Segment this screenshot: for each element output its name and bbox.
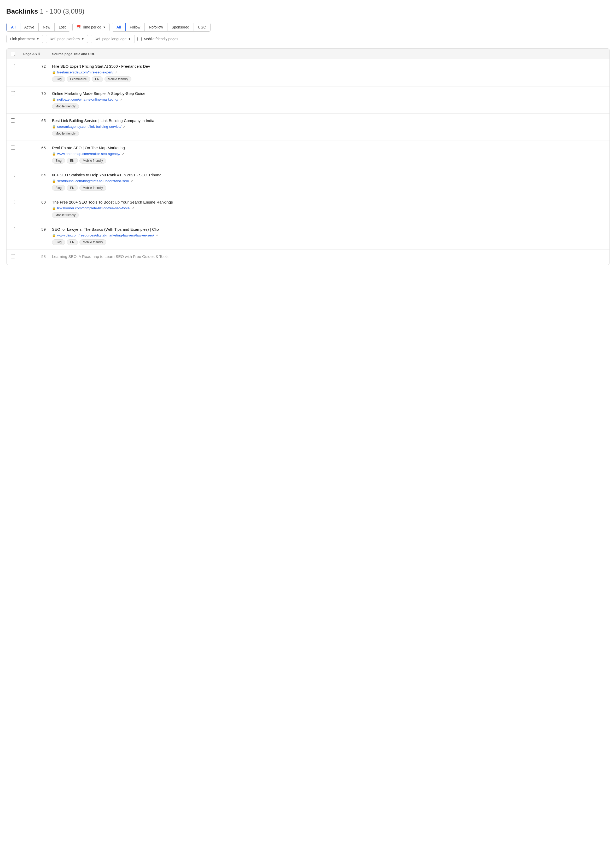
link-follow-button[interactable]: Follow bbox=[126, 23, 145, 31]
tag: EN bbox=[66, 239, 78, 245]
tag: Mobile friendly bbox=[52, 212, 79, 218]
page-as-value: 70 bbox=[23, 91, 52, 95]
tag: Blog bbox=[52, 158, 65, 163]
source-cell: Learning SEO: A Roadmap to Learn SEO wit… bbox=[52, 254, 605, 260]
source-cell: Real Estate SEO | On The Map Marketing 🔒… bbox=[52, 145, 605, 163]
link-all-button[interactable]: All bbox=[112, 23, 126, 32]
tag: Mobile friendly bbox=[79, 185, 106, 191]
mobile-friendly-label: Mobile friendly pages bbox=[144, 37, 178, 41]
url-link[interactable]: www.clio.com/resources/digital-marketing… bbox=[57, 233, 154, 237]
url-link[interactable]: www.onthemap.com/realtor-seo-agency/ bbox=[57, 152, 120, 156]
row-checkbox[interactable] bbox=[11, 227, 15, 231]
table-row: 65 Best Link Building Service | Link Bui… bbox=[6, 114, 610, 141]
row-checkbox[interactable] bbox=[11, 200, 15, 204]
ref-page-platform-dropdown[interactable]: Ref. page platform ▼ bbox=[46, 35, 88, 43]
page-title: Backlinks 1 - 100 (3,088) bbox=[6, 7, 610, 15]
table-body: 72 Hire SEO Expert Pricing Start At $500… bbox=[6, 59, 610, 265]
source-title: Hire SEO Expert Pricing Start At $500 - … bbox=[52, 63, 605, 69]
source-url: 🔒 linkskorner.com/complete-list-of-free-… bbox=[52, 206, 605, 210]
time-period-dropdown[interactable]: 📅 Time period ▼ bbox=[72, 23, 110, 31]
chevron-down-icon: ▼ bbox=[36, 37, 39, 40]
row-checkbox[interactable] bbox=[11, 64, 15, 68]
status-filter-group: All Active New Lost bbox=[6, 23, 70, 32]
status-all-button[interactable]: All bbox=[6, 23, 20, 32]
link-placement-dropdown[interactable]: Link placement ▼ bbox=[6, 35, 43, 43]
url-link[interactable]: linkskorner.com/complete-list-of-free-se… bbox=[57, 206, 130, 210]
source-title: Best Link Building Service | Link Buildi… bbox=[52, 118, 605, 123]
source-title: Real Estate SEO | On The Map Marketing bbox=[52, 145, 605, 151]
mobile-friendly-filter[interactable]: Mobile friendly pages bbox=[137, 37, 178, 41]
filter-bar-2: Link placement ▼ Ref. page platform ▼ Re… bbox=[6, 35, 610, 43]
header-checkbox-cell bbox=[11, 52, 23, 56]
row-checkbox[interactable] bbox=[11, 91, 15, 95]
filter-bar-1: All Active New Lost 📅 Time period ▼ All … bbox=[6, 23, 610, 32]
tag: Mobile friendly bbox=[52, 131, 79, 136]
external-link-icon: ↗ bbox=[115, 71, 117, 74]
link-placement-label: Link placement bbox=[10, 37, 35, 41]
ref-page-language-label: Ref. page language bbox=[95, 37, 126, 41]
table-row: 65 Real Estate SEO | On The Map Marketin… bbox=[6, 141, 610, 168]
source-title: 60+ SEO Statistics to Help You Rank #1 i… bbox=[52, 172, 605, 178]
tags-container: BlogENMobile friendly bbox=[52, 158, 605, 163]
url-link[interactable]: neilpatel.com/what-is-online-marketing/ bbox=[57, 97, 119, 102]
title-range: 1 - 100 (3,088) bbox=[40, 7, 85, 15]
row-checkbox[interactable] bbox=[11, 119, 15, 123]
source-url: 🔒 www.clio.com/resources/digital-marketi… bbox=[52, 233, 605, 237]
status-new-button[interactable]: New bbox=[38, 23, 55, 31]
lock-icon: 🔒 bbox=[52, 152, 56, 156]
external-link-icon: ↗ bbox=[132, 206, 134, 210]
ref-page-language-dropdown[interactable]: Ref. page language ▼ bbox=[91, 35, 135, 43]
page-as-value: 59 bbox=[23, 226, 52, 231]
source-url: 🔒 www.onthemap.com/realtor-seo-agency/ ↗ bbox=[52, 152, 605, 156]
source-cell: 60+ SEO Statistics to Help You Rank #1 i… bbox=[52, 172, 605, 191]
tag: Mobile friendly bbox=[79, 239, 106, 245]
col-page-as[interactable]: Page AS ⇅ bbox=[23, 52, 52, 56]
table-header: Page AS ⇅ Source page Title and URL bbox=[6, 49, 610, 59]
sort-icon: ⇅ bbox=[38, 52, 40, 55]
source-url: 🔒 seorankagency.com/link-building-servic… bbox=[52, 125, 605, 129]
page-as-value: 72 bbox=[23, 63, 52, 68]
mobile-friendly-checkbox[interactable] bbox=[137, 37, 142, 41]
source-cell: Best Link Building Service | Link Buildi… bbox=[52, 118, 605, 136]
status-active-button[interactable]: Active bbox=[20, 23, 38, 31]
url-path: /what-is-online-marketing/ bbox=[78, 97, 119, 102]
select-all-checkbox[interactable] bbox=[11, 52, 15, 56]
tags-container: BlogEcommerceENMobile friendly bbox=[52, 76, 605, 82]
source-cell: Hire SEO Expert Pricing Start At $500 - … bbox=[52, 63, 605, 82]
url-link[interactable]: freelancersdev.com/hire-seo-expert/ bbox=[57, 70, 113, 74]
url-base: seotribunal.com bbox=[57, 179, 82, 183]
row-checkbox[interactable] bbox=[11, 173, 15, 177]
external-link-icon: ↗ bbox=[123, 125, 125, 129]
tag: Blog bbox=[52, 239, 65, 245]
source-title: SEO for Lawyers: The Basics (With Tips a… bbox=[52, 226, 605, 232]
backlinks-table: Page AS ⇅ Source page Title and URL 72 H… bbox=[6, 48, 610, 265]
chevron-down-icon: ▼ bbox=[128, 37, 131, 40]
tags-container: Mobile friendly bbox=[52, 103, 605, 109]
source-cell: SEO for Lawyers: The Basics (With Tips a… bbox=[52, 226, 605, 245]
external-link-icon: ↗ bbox=[122, 152, 124, 156]
row-checkbox-cell bbox=[11, 172, 23, 177]
link-type-filter-group: All Follow Nofollow Sponsored UGC bbox=[112, 23, 211, 32]
ref-page-platform-label: Ref. page platform bbox=[50, 37, 80, 41]
url-link[interactable]: seotribunal.com/blog/stats-to-understand… bbox=[57, 179, 129, 183]
row-checkbox[interactable] bbox=[11, 254, 15, 259]
page-as-value: 64 bbox=[23, 172, 52, 177]
row-checkbox-cell bbox=[11, 226, 23, 231]
source-cell: The Free 200+ SEO Tools To Boost Up Your… bbox=[52, 199, 605, 218]
link-nofollow-button[interactable]: Nofollow bbox=[145, 23, 168, 31]
url-base: freelancersdev.com bbox=[57, 70, 88, 74]
lock-icon: 🔒 bbox=[52, 98, 56, 102]
table-row: 60 The Free 200+ SEO Tools To Boost Up Y… bbox=[6, 195, 610, 222]
link-sponsored-button[interactable]: Sponsored bbox=[168, 23, 194, 31]
page-header: Backlinks 1 - 100 (3,088) bbox=[6, 7, 610, 15]
page-as-value: 60 bbox=[23, 199, 52, 204]
url-path: /realtor-seo-agency/ bbox=[89, 152, 120, 156]
tag: Mobile friendly bbox=[105, 76, 131, 82]
url-link[interactable]: seorankagency.com/link-building-service/ bbox=[57, 125, 122, 129]
row-checkbox[interactable] bbox=[11, 146, 15, 150]
tags-container: BlogENMobile friendly bbox=[52, 185, 605, 191]
link-ugc-button[interactable]: UGC bbox=[194, 23, 210, 31]
row-checkbox-cell bbox=[11, 199, 23, 204]
url-path: /link-building-service/ bbox=[89, 125, 122, 129]
status-lost-button[interactable]: Lost bbox=[55, 23, 70, 31]
